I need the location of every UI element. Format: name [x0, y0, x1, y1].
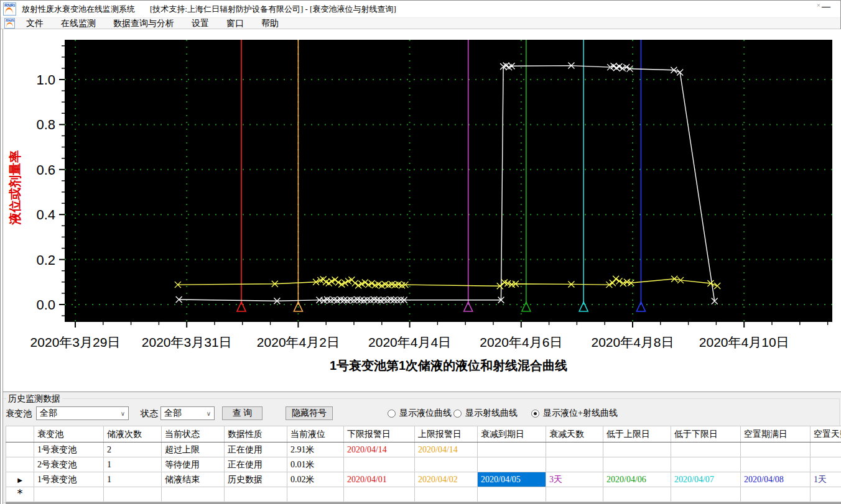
cell[interactable]: 2.91米 — [287, 442, 344, 457]
history-table: 衰变池储液次数当前状态数据性质当前液位下限报警日上限报警日衰减到期日衰减天数低于… — [6, 426, 841, 504]
close-icon[interactable]: × — [817, 1, 820, 9]
x-tick-label: 2020年4月10日 — [699, 335, 789, 349]
y-axis-label: 液位或剂量率 — [8, 150, 22, 226]
cell[interactable] — [603, 487, 671, 502]
radio-option-0[interactable]: 显示液位曲线 — [388, 408, 452, 419]
cell[interactable] — [671, 442, 741, 457]
radio-option-1[interactable]: 显示射线曲线 — [453, 408, 518, 419]
cell[interactable] — [415, 457, 478, 472]
cell[interactable] — [287, 487, 344, 502]
cell[interactable]: 2020/04/06 — [603, 472, 671, 487]
column-header-1[interactable]: 衰变池 — [34, 426, 104, 442]
column-header-8[interactable]: 衰减到期日 — [478, 426, 546, 442]
column-header-12[interactable]: 空置期满日 — [741, 426, 811, 442]
radio-option-2[interactable]: 显示液位+射线曲线 — [531, 408, 618, 419]
cell[interactable]: 1号衰变池 — [34, 442, 104, 457]
column-header-2[interactable]: 储液次数 — [104, 426, 162, 442]
cell-selected[interactable]: 2020/04/05 — [478, 472, 546, 487]
cell[interactable] — [104, 487, 162, 502]
title-bar: RNRi 放射性废水衰变池在线监测系统 [技术支持:上海仁日辐射防护设备有限公司… — [1, 1, 840, 17]
menu-item-0[interactable]: 文件 — [17, 18, 52, 29]
row-selector-new[interactable]: * — [6, 487, 34, 502]
cell[interactable] — [741, 457, 811, 472]
menu-item-2[interactable]: 数据查询与分析 — [105, 18, 183, 29]
cell[interactable]: 1 — [104, 457, 162, 472]
cell[interactable]: 1 — [104, 472, 162, 487]
minimize-icon[interactable]: — — [822, 2, 830, 12]
row-selector[interactable] — [6, 442, 34, 457]
cell[interactable]: 正在使用 — [225, 442, 287, 457]
chevron-down-icon: ∨ — [203, 410, 214, 417]
cell[interactable] — [415, 487, 478, 502]
radio-label: 显示射线曲线 — [465, 408, 518, 419]
cell[interactable] — [603, 457, 671, 472]
cell[interactable] — [811, 487, 841, 502]
cell[interactable] — [344, 487, 415, 502]
y-tick-label: 0.6 — [36, 162, 55, 178]
cell[interactable]: 1号衰变池 — [34, 472, 104, 487]
radio-circle-icon[interactable] — [531, 410, 539, 418]
cell[interactable] — [546, 457, 603, 472]
cell[interactable]: 正在使用 — [225, 457, 287, 472]
table-row: ▶1号衰变池1储液结束历史数据0.02米2020/04/012020/04/02… — [6, 472, 841, 487]
radio-circle-icon[interactable] — [388, 410, 396, 418]
cell[interactable] — [34, 487, 104, 502]
cell[interactable] — [344, 457, 415, 472]
cell[interactable]: 储液结束 — [162, 472, 225, 487]
cell[interactable] — [811, 442, 841, 457]
column-header-10[interactable]: 低于上限日 — [603, 426, 671, 442]
cell[interactable]: 2020/04/07 — [671, 472, 741, 487]
cell[interactable] — [741, 487, 811, 502]
hide-symbols-button[interactable]: 隐藏符号 — [286, 406, 333, 420]
window-subtitle: [技术支持:上海仁日辐射防护设备有限公司] - [衰变池液位与射线查询] — [150, 4, 396, 15]
radio-circle-icon[interactable] — [453, 410, 462, 418]
cell[interactable] — [811, 457, 841, 472]
column-header-4[interactable]: 数据性质 — [225, 426, 287, 442]
cell[interactable]: 2020/04/14 — [415, 442, 478, 457]
cell[interactable] — [741, 442, 811, 457]
cell[interactable] — [671, 487, 741, 502]
column-header-5[interactable]: 当前液位 — [287, 426, 344, 442]
query-button[interactable]: 查 询 — [222, 406, 263, 420]
cell[interactable]: 2号衰变池 — [34, 457, 104, 472]
cell[interactable] — [478, 442, 546, 457]
column-header-13[interactable]: 空置天数 — [811, 426, 841, 442]
cell[interactable]: 2020/04/01 — [344, 472, 415, 487]
cell[interactable]: 2020/04/08 — [741, 472, 811, 487]
cell[interactable]: 等待使用 — [162, 457, 225, 472]
cell[interactable]: 3天 — [546, 472, 603, 487]
cell[interactable] — [603, 442, 671, 457]
cell[interactable] — [546, 487, 603, 502]
cell[interactable]: 0.02米 — [287, 472, 344, 487]
cell[interactable]: 1天 — [811, 472, 841, 487]
cell[interactable]: 0.01米 — [287, 457, 344, 472]
y-tick-label: 0.4 — [36, 207, 55, 222]
pool-select[interactable]: 全部 ∨ — [36, 406, 129, 420]
cell[interactable]: 超过上限 — [162, 442, 225, 457]
cell[interactable] — [478, 487, 546, 502]
cell[interactable]: 2020/04/14 — [344, 442, 415, 457]
cell[interactable] — [671, 457, 741, 472]
row-selector[interactable] — [6, 457, 34, 472]
cell[interactable] — [225, 487, 287, 502]
menu-item-3[interactable]: 设置 — [183, 18, 218, 29]
column-header-3[interactable]: 当前状态 — [162, 426, 225, 442]
column-header-7[interactable]: 上限报警日 — [415, 426, 478, 442]
cell[interactable]: 2020/04/02 — [415, 472, 478, 487]
column-header-6[interactable]: 下限报警日 — [344, 426, 415, 442]
menu-item-5[interactable]: 帮助 — [253, 18, 287, 29]
column-header-9[interactable]: 衰减天数 — [546, 426, 603, 442]
menu-item-4[interactable]: 窗口 — [218, 18, 253, 29]
menu-item-1[interactable]: 在线监测 — [52, 18, 105, 29]
column-header-11[interactable]: 低于下限日 — [671, 426, 741, 442]
window-title: 放射性废水衰变池在线监测系统 — [22, 4, 135, 15]
cell[interactable] — [162, 487, 225, 502]
y-tick-label: 0.8 — [36, 117, 55, 132]
cell[interactable]: 历史数据 — [225, 472, 287, 487]
column-header-0[interactable] — [6, 426, 34, 442]
status-select[interactable]: 全部 ∨ — [160, 406, 215, 420]
cell[interactable] — [546, 442, 603, 457]
cell[interactable] — [478, 457, 546, 472]
row-selector-current[interactable]: ▶ — [6, 472, 34, 487]
cell[interactable]: 2 — [104, 442, 162, 457]
